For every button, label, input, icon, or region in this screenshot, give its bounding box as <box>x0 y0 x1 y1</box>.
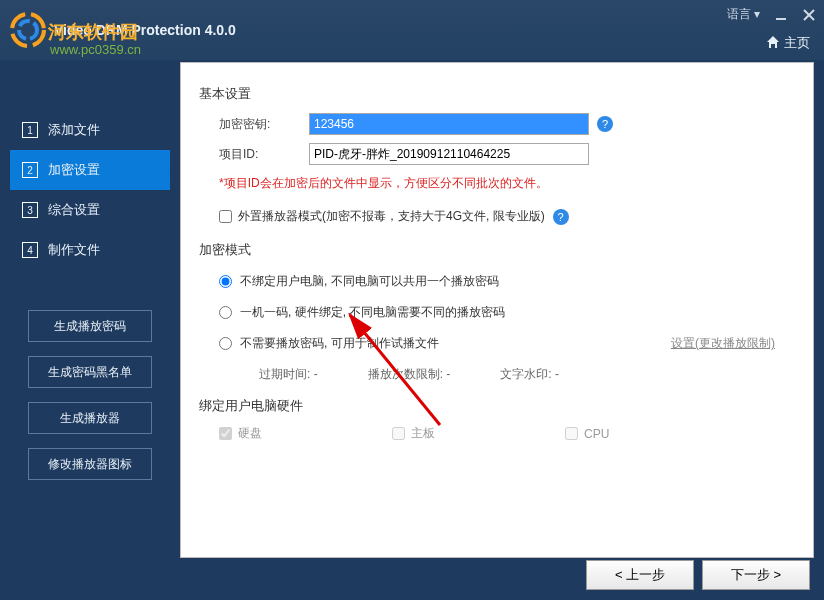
gen-player-button[interactable]: 生成播放器 <box>28 402 152 434</box>
nav-label: 制作文件 <box>48 241 100 259</box>
bind-hardware-title: 绑定用户电脑硬件 <box>199 397 795 415</box>
minimize-button[interactable] <box>774 8 788 22</box>
footer-nav: < 上一步 下一步 > <box>586 560 810 590</box>
hw-disk-option[interactable]: 硬盘 <box>219 425 262 442</box>
mode-hwbind-label: 一机一码, 硬件绑定, 不同电脑需要不同的播放密码 <box>240 304 505 321</box>
external-player-label: 外置播放器模式(加密不报毒，支持大于4G文件, 限专业版) <box>238 208 545 225</box>
hw-mainboard-checkbox[interactable] <box>392 427 405 440</box>
encrypt-key-input[interactable] <box>309 113 589 135</box>
nav-step-number: 2 <box>22 162 38 178</box>
watermark-site-text: 河东软件园 <box>48 20 138 44</box>
nav-step-number: 1 <box>22 122 38 138</box>
mode-shared-label: 不绑定用户电脑, 不同电脑可以共用一个播放密码 <box>240 273 499 290</box>
mode-nopass-radio[interactable] <box>219 337 232 350</box>
mode-shared-radio[interactable] <box>219 275 232 288</box>
prev-step-button[interactable]: < 上一步 <box>586 560 694 590</box>
next-step-button[interactable]: 下一步 > <box>702 560 810 590</box>
watermark-url-text: www.pc0359.cn <box>50 42 141 57</box>
project-id-warning: *项目ID会在加密后的文件中显示，方便区分不同批次的文件。 <box>219 175 795 192</box>
play-limit-settings-link[interactable]: 设置(更改播放限制) <box>671 335 775 352</box>
help-icon[interactable]: ? <box>553 209 569 225</box>
gen-password-blacklist-button[interactable]: 生成密码黑名单 <box>28 356 152 388</box>
nav-label: 加密设置 <box>48 161 100 179</box>
text-watermark-field: 文字水印: - <box>500 366 559 383</box>
language-dropdown[interactable]: 语言 ▾ <box>727 6 760 23</box>
nav-label: 添加文件 <box>48 121 100 139</box>
mode-nopass-label: 不需要播放密码, 可用于制作试播文件 <box>240 335 439 352</box>
expire-time-field: 过期时间: - <box>259 366 318 383</box>
help-icon[interactable]: ? <box>597 116 613 132</box>
nav-encrypt-settings[interactable]: 2 加密设置 <box>10 150 170 190</box>
svg-point-0 <box>12 14 44 46</box>
close-button[interactable] <box>802 8 816 22</box>
hw-mainboard-option[interactable]: 主板 <box>392 425 435 442</box>
nav-step-number: 3 <box>22 202 38 218</box>
basic-settings-title: 基本设置 <box>199 85 795 103</box>
nav-build-files[interactable]: 4 制作文件 <box>10 230 170 270</box>
content-panel: 基本设置 加密密钥: ? 项目ID: *项目ID会在加密后的文件中显示，方便区分… <box>180 62 814 558</box>
hw-disk-checkbox[interactable] <box>219 427 232 440</box>
svg-point-1 <box>19 21 37 39</box>
mode-hwbind-radio[interactable] <box>219 306 232 319</box>
app-logo-icon <box>10 12 46 48</box>
nav-add-files[interactable]: 1 添加文件 <box>10 110 170 150</box>
window-controls: 语言 ▾ <box>727 6 816 23</box>
titlebar: Video DRM Protection 4.0.0 河东软件园 www.pc0… <box>0 0 824 60</box>
breadcrumb-home-label: 主页 <box>784 34 810 52</box>
hw-cpu-option[interactable]: CPU <box>565 425 609 442</box>
modify-player-icon-button[interactable]: 修改播放器图标 <box>28 448 152 480</box>
play-count-field: 播放次数限制: - <box>368 366 451 383</box>
home-icon <box>766 35 780 52</box>
gen-play-password-button[interactable]: 生成播放密码 <box>28 310 152 342</box>
hw-cpu-checkbox[interactable] <box>565 427 578 440</box>
external-player-checkbox[interactable] <box>219 210 232 223</box>
encrypt-key-label: 加密密钥: <box>219 116 309 133</box>
project-id-input[interactable] <box>309 143 589 165</box>
sidebar: 1 添加文件 2 加密设置 3 综合设置 4 制作文件 生成播放密码 生成密码黑… <box>0 60 180 560</box>
breadcrumb[interactable]: 主页 <box>766 34 810 52</box>
nav-label: 综合设置 <box>48 201 100 219</box>
nav-step-number: 4 <box>22 242 38 258</box>
nav-general-settings[interactable]: 3 综合设置 <box>10 190 170 230</box>
project-id-label: 项目ID: <box>219 146 309 163</box>
encrypt-mode-title: 加密模式 <box>199 241 795 259</box>
